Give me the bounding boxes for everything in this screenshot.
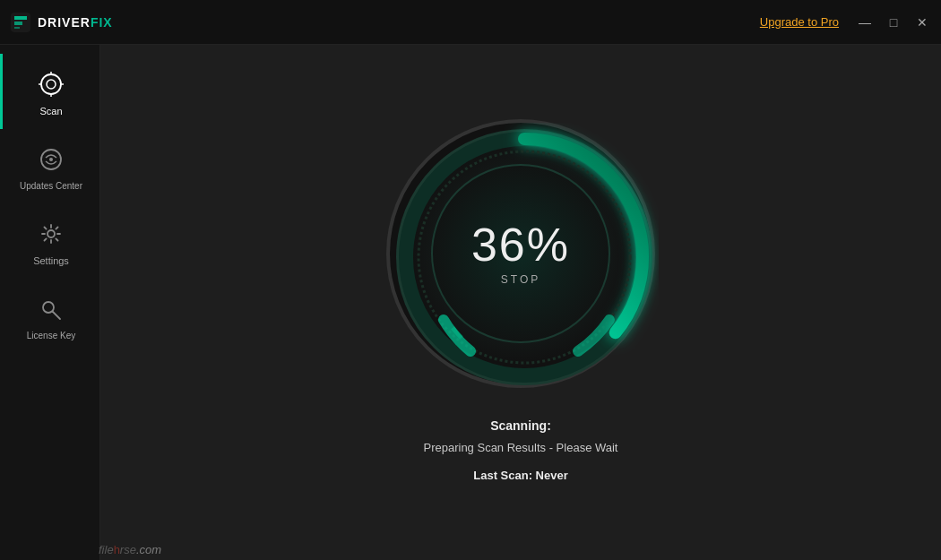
sidebar-item-settings[interactable]: Settings [0, 203, 99, 279]
circle-inner: 36% STOP [431, 164, 610, 343]
app-title: DRIVERFIX [38, 15, 113, 30]
svg-point-2 [47, 80, 56, 89]
settings-icon [37, 220, 65, 248]
circle-outer: 36% STOP [386, 119, 655, 388]
svg-point-9 [47, 230, 55, 237]
titlebar-right: Upgrade to Pro — □ ✕ [760, 14, 930, 30]
progress-percent: 36% [471, 221, 570, 268]
minimize-button[interactable]: — [857, 14, 873, 30]
stop-button[interactable]: STOP [501, 273, 540, 286]
settings-label: Settings [33, 255, 69, 266]
license-icon [37, 295, 65, 323]
watermark-horse: h [114, 543, 120, 556]
progress-ring-container: 36% STOP [386, 119, 655, 388]
scanning-detail: Preparing Scan Results - Please Wait [423, 437, 617, 458]
svg-point-8 [49, 158, 53, 161]
svg-line-11 [53, 312, 61, 320]
app-logo-icon [11, 13, 30, 32]
app-body: Scan Updates Center Settings [0, 45, 941, 560]
updates-label: Updates Center [20, 181, 82, 191]
close-button[interactable]: ✕ [914, 14, 930, 30]
watermark-prefix: file [99, 543, 114, 556]
titlebar: DRIVERFIX Upgrade to Pro — □ ✕ [0, 0, 941, 45]
watermark-suffix: rse [120, 543, 136, 556]
maximize-button[interactable]: □ [885, 14, 902, 30]
app-name-driver: DRIVER [38, 15, 91, 30]
scan-label: Scan [39, 106, 62, 116]
sidebar: Scan Updates Center Settings [0, 45, 100, 560]
titlebar-left: DRIVERFIX [11, 13, 113, 32]
app-name-fix: FIX [91, 15, 113, 30]
scan-icon [37, 70, 65, 99]
scanning-label: Scanning: [423, 415, 617, 437]
main-content: 36% STOP Scanning: Preparing Scan Result… [100, 45, 941, 560]
window-controls: — □ ✕ [857, 14, 930, 30]
upgrade-link[interactable]: Upgrade to Pro [760, 15, 839, 29]
sidebar-item-scan[interactable]: Scan [0, 54, 99, 129]
svg-point-1 [41, 74, 61, 94]
watermark-domain: .com [136, 543, 161, 556]
scan-info: Scanning: Preparing Scan Results - Pleas… [423, 415, 617, 487]
sidebar-item-updates[interactable]: Updates Center [0, 129, 99, 203]
watermark: filehrse.com [99, 543, 161, 556]
license-label: License Key [27, 331, 75, 340]
updates-icon [37, 145, 65, 174]
sidebar-item-license[interactable]: License Key [0, 279, 99, 353]
last-scan-label: Last Scan: Never [423, 465, 617, 486]
